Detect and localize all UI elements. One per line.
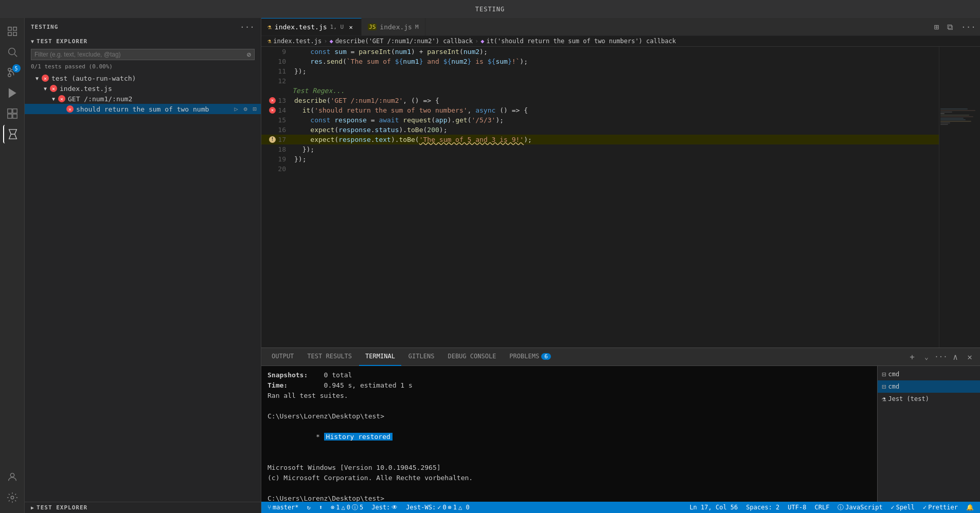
tab-badge-js: M: [415, 24, 419, 30]
code-line-11: 11 });: [261, 66, 939, 76]
status-jest-ws[interactable]: Jest-WS: ✓ 0 ⊗ 1 △ 0: [404, 504, 471, 511]
editor-more-icon[interactable]: ···: [957, 18, 980, 35]
tab-problems[interactable]: PROBLEMS 6: [503, 348, 557, 366]
search-icon[interactable]: [3, 43, 22, 61]
tab-debug-console[interactable]: DEBUG CONSOLE: [441, 348, 502, 366]
run-debug-icon[interactable]: [3, 84, 22, 102]
breadcrumb-describe[interactable]: describe('GET /:num1/:num2') callback: [335, 38, 473, 45]
run-test-icon[interactable]: ▷: [232, 105, 240, 113]
terminal-label-cmd2: cmd: [888, 383, 899, 390]
terminal-label-jest: Jest (test): [888, 395, 929, 402]
status-jest[interactable]: Jest: 👁: [369, 504, 400, 511]
status-spell[interactable]: ✓ Spell: [889, 504, 917, 511]
filter-input[interactable]: [34, 51, 247, 58]
spell-text: Spell: [896, 504, 915, 511]
jest-label: Jest:: [371, 504, 390, 511]
svg-rect-9: [12, 114, 16, 118]
source-control-icon[interactable]: 5: [3, 63, 22, 82]
tree-label-test: test (auto-run-watch): [49, 75, 259, 82]
debug-test-icon[interactable]: ⚙: [241, 105, 250, 113]
terminal-line-windows: Microsoft Windows [Version 10.0.19045.29…: [268, 463, 871, 473]
test-explorer-footer[interactable]: ▶ TEST EXPLORER: [25, 502, 261, 513]
prettier-check-icon: ✓: [923, 504, 926, 511]
breadcrumb-it[interactable]: it('should return the sum of two numbers…: [486, 38, 675, 45]
terminal-more-icon[interactable]: ···: [935, 351, 947, 363]
split-editor-icon[interactable]: ⧉: [943, 18, 957, 35]
close-panel-icon[interactable]: ✕: [964, 351, 976, 363]
extensions-icon[interactable]: [3, 104, 22, 123]
error-count: 1: [336, 504, 340, 511]
status-prettier[interactable]: ✓ Prettier: [921, 504, 960, 511]
tab-index-js[interactable]: JS index.js M: [362, 18, 425, 35]
tab-gitlens[interactable]: GITLENS: [402, 348, 441, 366]
svg-rect-6: [7, 109, 11, 113]
jest-ws-label: Jest-WS:: [406, 504, 436, 511]
add-terminal-icon[interactable]: +: [906, 351, 918, 363]
terminal-icon-cmd1: ⊟: [882, 370, 886, 378]
terminal-tab-cmd1[interactable]: ⊟ cmd: [878, 368, 980, 380]
terminal-split-icon[interactable]: ⌄: [920, 351, 933, 363]
terminal-output[interactable]: Snapshots: 0 total Time: 0.945 s, estima…: [261, 366, 877, 502]
test-explorer-section[interactable]: ▼ TEST EXPLORER: [25, 36, 261, 47]
chevron-down-icon: ▼: [31, 39, 34, 44]
test-stats: 0/1 tests passed (0.00%): [25, 62, 261, 73]
status-publish[interactable]: ⬆: [317, 504, 325, 511]
filter-icon[interactable]: ⊘: [247, 50, 251, 59]
tree-item-index-test[interactable]: ▼ ✕ index.test.js: [25, 83, 261, 94]
terminal-icon-jest: ⚗: [882, 395, 886, 403]
status-line-ending[interactable]: CRLF: [812, 504, 831, 511]
tab-output[interactable]: OUTPUT: [265, 348, 300, 366]
terminal-tab-label: TERMINAL: [365, 353, 395, 360]
warning-icon: △: [342, 504, 345, 511]
status-language[interactable]: ⓘ JavaScript: [835, 503, 884, 512]
tree-item-should-return[interactable]: ▶ ✕ should return the sum of two numb ▷ …: [25, 104, 261, 114]
editor-layout-icon[interactable]: ⊞: [930, 18, 943, 35]
branch-icon: ⑂: [268, 504, 271, 511]
svg-rect-7: [12, 109, 16, 113]
maximize-panel-icon[interactable]: ∧: [949, 351, 961, 363]
status-sync[interactable]: ↻: [305, 504, 313, 511]
terminal-line-prompt1: C:\Users\Lorenz\Desktop\test>: [268, 411, 871, 422]
svg-line-1: [14, 54, 17, 57]
code-editor[interactable]: 9 const sum = parseInt(num1) + parseInt(…: [261, 47, 939, 347]
more-test-icon[interactable]: ⊡: [251, 105, 259, 113]
code-line-19: 19 });: [261, 154, 939, 164]
minimap: [939, 47, 980, 347]
sidebar-header: TESTING ···: [25, 18, 261, 36]
sidebar-more-icon[interactable]: ···: [240, 22, 255, 32]
status-encoding[interactable]: UTF-8: [786, 504, 808, 511]
problems-badge: 6: [541, 353, 551, 360]
tab-close-index[interactable]: ✕: [347, 23, 355, 31]
terminal-line-copyright: (c) Microsoft Corporation. Alle Rechte v…: [268, 473, 871, 483]
status-errors[interactable]: ⊗ 1 △ 0 ⓘ 5: [329, 503, 365, 512]
language-text: JavaScript: [845, 504, 882, 511]
tab-test-results[interactable]: TEST RESULTS: [301, 348, 358, 366]
svg-point-3: [8, 74, 11, 77]
status-spaces[interactable]: Spaces: 2: [744, 504, 781, 511]
tree-item-test[interactable]: ▼ ✕ test (auto-run-watch): [25, 73, 261, 83]
code-line-10: 10 res.send(`The sum of ${num1} and ${nu…: [261, 57, 939, 66]
js-file-icon: JS: [368, 24, 377, 30]
terminal-tab-cmd2[interactable]: ⊟ cmd: [878, 380, 980, 393]
tree-item-get-route[interactable]: ▼ ✕ GET /:num1/:num2: [25, 94, 261, 104]
tab-badge-index: 1, U: [330, 24, 344, 30]
status-position[interactable]: Ln 17, Col 56: [687, 504, 740, 511]
code-line-12: 12: [261, 76, 939, 86]
status-notifications[interactable]: 🔔: [964, 504, 976, 511]
status-branch[interactable]: ⑂ master*: [265, 504, 301, 511]
code-line-18: 18 });: [261, 144, 939, 154]
explorer-icon[interactable]: [3, 22, 22, 41]
settings-icon[interactable]: [3, 488, 22, 507]
test-file-icon: ⚗: [268, 23, 272, 31]
title-bar: TESTING: [0, 0, 980, 18]
account-icon[interactable]: [3, 468, 22, 486]
language-icon: ⓘ: [838, 503, 844, 512]
tree-arrow-test: ▼: [33, 74, 41, 82]
tab-index-test[interactable]: ⚗ index.test.js 1, U ✕: [261, 18, 362, 35]
terminal-tab-jest[interactable]: ⚗ Jest (test): [878, 393, 980, 405]
tab-terminal[interactable]: TERMINAL: [359, 348, 401, 366]
testing-icon[interactable]: [3, 125, 22, 143]
breadcrumb-file[interactable]: index.test.js: [273, 38, 322, 45]
test-results-tab-label: TEST RESULTS: [307, 353, 352, 360]
terminal-line-prompt2: C:\Users\Lorenz\Desktop\test>: [268, 493, 871, 502]
